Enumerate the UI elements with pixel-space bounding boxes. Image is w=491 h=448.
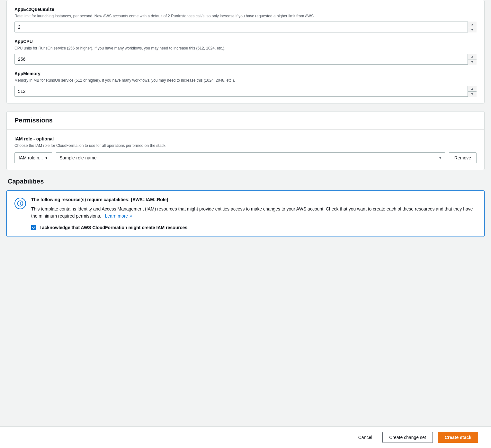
app-memory-decrement[interactable]: ▼ xyxy=(468,92,477,97)
app-cpu-decrement[interactable]: ▼ xyxy=(468,59,477,65)
app-ec2-queue-size-description: Rate limit for launching instances, per … xyxy=(14,13,477,19)
remove-iam-role-button[interactable]: Remove xyxy=(449,152,477,163)
app-ec2-queue-size-field: AppEc2QueueSize Rate limit for launching… xyxy=(14,7,477,32)
acknowledge-label: I acknowledge that AWS CloudFormation mi… xyxy=(40,225,189,230)
app-cpu-label: AppCPU xyxy=(14,39,477,44)
app-ec2-queue-size-decrement[interactable]: ▼ xyxy=(468,27,477,33)
capabilities-title: Capabilities xyxy=(6,178,485,185)
app-memory-increment[interactable]: ▲ xyxy=(468,86,477,92)
iam-role-dropdown-button[interactable]: IAM role n... ▼ xyxy=(14,152,52,163)
external-link-icon: ↗ xyxy=(129,214,132,218)
app-ec2-queue-size-input[interactable] xyxy=(14,22,477,32)
iam-role-field: IAM role - optional Choose the IAM role … xyxy=(7,130,484,170)
app-ec2-queue-size-label: AppEc2QueueSize xyxy=(14,7,477,12)
app-ec2-queue-size-input-wrapper: ▲ ▼ xyxy=(14,22,477,32)
alert-body: This template contains Identity and Acce… xyxy=(31,205,477,220)
app-cpu-increment[interactable]: ▲ xyxy=(468,54,477,59)
app-ec2-queue-size-spinner: ▲ ▼ xyxy=(468,22,477,32)
create-change-set-button[interactable]: Create change set xyxy=(382,432,433,443)
app-ec2-queue-size-increment[interactable]: ▲ xyxy=(468,22,477,27)
app-memory-label: AppMemory xyxy=(14,71,477,76)
app-memory-input-wrapper: ▲ ▼ xyxy=(14,86,477,97)
iam-role-select-wrapper: Sample-role-name ▼ xyxy=(56,152,445,163)
capabilities-section: Capabilities The following resource(s) r… xyxy=(6,178,485,237)
capabilities-alert: The following resource(s) require capabi… xyxy=(6,190,485,237)
app-cpu-input-wrapper: ▲ ▼ xyxy=(14,54,477,65)
app-memory-field: AppMemory Memory in MB for RunsOn servic… xyxy=(14,71,477,97)
alert-heading: The following resource(s) require capabi… xyxy=(31,197,477,202)
app-cpu-field: AppCPU CPU units for RunsOn service (256… xyxy=(14,39,477,65)
app-memory-spinner: ▲ ▼ xyxy=(468,86,477,97)
iam-role-row: IAM role n... ▼ Sample-role-name ▼ Remov… xyxy=(14,152,477,163)
chevron-down-icon: ▼ xyxy=(45,156,48,160)
iam-role-description: Choose the IAM role for CloudFormation t… xyxy=(14,143,477,148)
cancel-button[interactable]: Cancel xyxy=(353,432,378,443)
app-cpu-spinner: ▲ ▼ xyxy=(468,54,477,65)
learn-more-link[interactable]: Learn more ↗ xyxy=(105,213,132,219)
create-stack-button[interactable]: Create stack xyxy=(438,432,478,443)
acknowledge-checkbox[interactable] xyxy=(31,225,36,230)
footer-action-bar: Cancel Create change set Create stack xyxy=(0,426,491,448)
info-icon xyxy=(14,198,26,209)
alert-content: The following resource(s) require capabi… xyxy=(31,197,477,230)
iam-role-label: IAM role - optional xyxy=(14,136,477,141)
iam-role-select[interactable]: Sample-role-name xyxy=(56,152,445,163)
app-cpu-input[interactable] xyxy=(14,54,477,65)
app-cpu-description: CPU units for RunsOn service (256 or hig… xyxy=(14,45,477,51)
acknowledge-row: I acknowledge that AWS CloudFormation mi… xyxy=(31,225,477,230)
permissions-title: Permissions xyxy=(7,112,484,130)
permissions-card: Permissions IAM role - optional Choose t… xyxy=(6,111,485,170)
app-memory-input[interactable] xyxy=(14,86,477,97)
iam-role-dropdown-label: IAM role n... xyxy=(19,155,43,160)
app-memory-description: Memory in MB for RunsOn service (512 or … xyxy=(14,77,477,83)
